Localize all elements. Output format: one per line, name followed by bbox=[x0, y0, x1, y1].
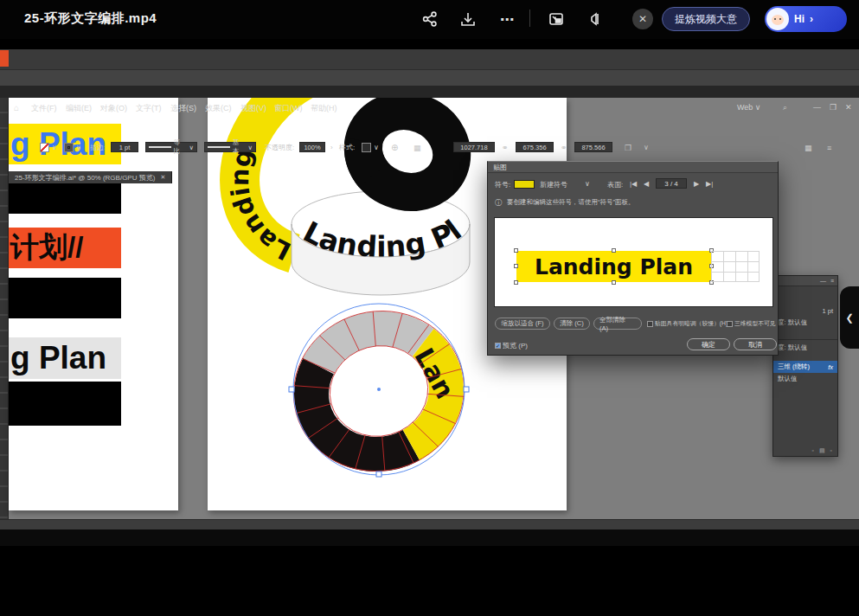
handle-right bbox=[464, 387, 469, 392]
chevron-down-icon[interactable]: ∨ bbox=[76, 144, 81, 152]
align-icon[interactable]: ▦ bbox=[413, 144, 421, 152]
workspace-switcher[interactable]: Web ∨ bbox=[737, 103, 760, 112]
shade-artwork-checkbox[interactable]: 贴图具有明暗调（较慢）(H) bbox=[647, 319, 728, 328]
transform-icon[interactable]: ❐ bbox=[625, 144, 631, 152]
black-bar[interactable] bbox=[9, 278, 121, 318]
illustrator-status-bar: 50% ∨ |◀ ◀ ▶ ▶| 画板 1 bbox=[0, 519, 859, 529]
chevron-right-icon[interactable]: › bbox=[330, 144, 333, 152]
opacity-field[interactable]: 100% bbox=[299, 142, 325, 152]
menu-object[interactable]: 对象(O) bbox=[100, 103, 127, 114]
x-position-field[interactable]: 1027.718 bbox=[453, 142, 495, 152]
fill-swatch[interactable] bbox=[40, 143, 49, 152]
stroke-swatch[interactable] bbox=[64, 143, 74, 152]
greeting-label: Hi bbox=[794, 13, 805, 25]
stroke-value-field[interactable]: 1 pt bbox=[111, 142, 138, 152]
dialog-title[interactable]: 贴图 bbox=[488, 162, 778, 173]
chevron-down-icon[interactable]: ∨ bbox=[585, 180, 590, 188]
menu-select[interactable]: 选择(S) bbox=[170, 103, 196, 114]
close-window-icon[interactable]: ✕ bbox=[845, 103, 852, 112]
menu-edit[interactable]: 编辑(E) bbox=[66, 103, 92, 114]
appearance-row[interactable]: 默认值 bbox=[773, 373, 837, 385]
document-setup-icon[interactable]: ⊕ bbox=[391, 144, 398, 152]
video-title: 25-环形文字编排.mp4 bbox=[24, 10, 157, 27]
cancel-button[interactable]: 取消 bbox=[734, 338, 777, 350]
download-icon[interactable] bbox=[458, 10, 478, 29]
appearance-panel: — ≡ 1 pt 度: 默认值 度: 默认值 三维 (绕转)fx 默认值 ▫ ▤… bbox=[772, 275, 838, 457]
arrange-docs-icon[interactable]: ▦ bbox=[805, 144, 812, 152]
document-tab-label: 25-环形文字编排.ai* @ 50% (RGB/GPU 预览) bbox=[15, 173, 155, 183]
symbol-label: 符号: bbox=[495, 180, 510, 189]
minimize-window-icon[interactable]: — bbox=[813, 103, 821, 112]
gray-text-bar[interactable]: g Plan bbox=[9, 337, 121, 379]
surface-grid bbox=[711, 251, 760, 282]
menu-window[interactable]: 窗口(W) bbox=[274, 103, 303, 114]
side-drawer-toggle[interactable]: ❮ bbox=[840, 286, 859, 349]
topbar-divider bbox=[529, 10, 530, 27]
home-icon[interactable]: ⌂ bbox=[14, 103, 19, 112]
variable-width-dropdown[interactable]: 等比∨ bbox=[145, 142, 197, 152]
black-bar[interactable] bbox=[9, 382, 121, 426]
ok-button[interactable]: 确定 bbox=[687, 338, 730, 350]
player-top-bar: 25-环形文字编排.mp4 ⋯ ✕ 提炼视频大意 Hi › bbox=[0, 0, 859, 39]
dialog-info-text: 要创建和编辑这些符号，请使用“符号”面板。 bbox=[507, 198, 635, 207]
height-field[interactable]: 875.566 bbox=[574, 142, 612, 152]
panel-menu-icon[interactable]: ≡ bbox=[830, 278, 834, 284]
orange-text-bar[interactable]: 计划// bbox=[9, 228, 121, 268]
scale-to-fit-button[interactable]: 缩放以适合 (F) bbox=[495, 318, 550, 330]
effect-3d-row[interactable]: 三维 (绕转)fx bbox=[773, 361, 837, 373]
menu-type[interactable]: 文字(T) bbox=[136, 103, 162, 114]
last-surface-icon[interactable]: ▶| bbox=[706, 180, 713, 188]
clear-all-button[interactable]: 全部清除 (A) bbox=[593, 318, 642, 330]
map-art-preview[interactable]: Landing Plan bbox=[494, 217, 773, 307]
constrain-icon[interactable]: ⚭ bbox=[561, 144, 567, 152]
check-icon: ✓ bbox=[495, 343, 501, 349]
clear-button[interactable]: 清除 (C) bbox=[554, 318, 590, 330]
illustrator-menu-bar: ⌂ 文件(F) 编辑(E) 对象(O) 文字(T) 选择(S) 效果(C) 视图… bbox=[0, 49, 859, 69]
width-field[interactable]: 675.356 bbox=[516, 142, 554, 152]
menu-help[interactable]: 帮助(H) bbox=[311, 103, 337, 114]
prev-surface-icon[interactable]: ◀ bbox=[644, 180, 649, 188]
appearance-row[interactable]: 度: 默认值 bbox=[773, 317, 837, 329]
brush-dropdown[interactable]: 基本∨ bbox=[204, 142, 256, 152]
preview-banner[interactable]: Landing Plan bbox=[516, 251, 711, 282]
first-surface-icon[interactable]: |◀ bbox=[630, 180, 637, 188]
menu-effect[interactable]: 效果(C) bbox=[205, 103, 232, 114]
close-summary-icon[interactable]: ✕ bbox=[632, 9, 653, 29]
link-icon[interactable]: ⚭ bbox=[502, 144, 509, 152]
stroke-label: 描边: bbox=[90, 144, 106, 152]
tools-panel-strip[interactable] bbox=[0, 98, 9, 519]
artboard-1: g Plan 计划// g Plan bbox=[9, 98, 178, 510]
more-icon[interactable]: ⋯ bbox=[497, 10, 516, 29]
stroke-weight-row[interactable]: 1 pt bbox=[773, 305, 837, 317]
chevron-down-icon[interactable]: ∨ bbox=[374, 144, 379, 152]
user-account-button[interactable]: Hi › bbox=[765, 6, 847, 32]
share-icon[interactable] bbox=[420, 10, 439, 29]
menu-view[interactable]: 视图(V) bbox=[240, 103, 266, 114]
summarize-video-button[interactable]: 提炼视频大意 bbox=[662, 7, 750, 31]
chevron-down-icon[interactable]: ∨ bbox=[644, 144, 649, 152]
chevron-down-icon[interactable]: ∨ bbox=[52, 144, 57, 152]
next-surface-icon[interactable]: ▶ bbox=[694, 180, 699, 188]
pip-icon[interactable] bbox=[547, 10, 566, 29]
player-controls: 11:20 13:27 倍速 超清 SVIP 字幕 SVIP bbox=[0, 546, 859, 616]
restore-window-icon[interactable]: ❐ bbox=[830, 103, 837, 112]
style-swatch[interactable] bbox=[362, 143, 371, 152]
style-label: 样式: bbox=[339, 144, 355, 152]
tab-close-icon[interactable]: ✕ bbox=[160, 174, 165, 181]
document-tab[interactable]: 25-环形文字编排.ai* @ 50% (RGB/GPU 预览) ✕ bbox=[9, 171, 172, 183]
info-icon: ⓘ bbox=[495, 198, 502, 208]
appearance-row[interactable]: 度: 默认值 bbox=[773, 339, 837, 354]
handle-bottom bbox=[376, 472, 381, 477]
symbol-select[interactable]: 新建符号 bbox=[540, 180, 567, 189]
invisible-geometry-checkbox[interactable]: 三维模型不可见 bbox=[727, 319, 776, 328]
speaker-icon[interactable] bbox=[585, 10, 604, 29]
panel-menu-icon[interactable]: ≡ bbox=[827, 144, 831, 152]
panel-footer-icons[interactable]: ▫ ▤ ▫ bbox=[812, 447, 834, 454]
document-tab-bar: 25-环形文字编排.ai* @ 50% (RGB/GPU 预览) ✕ bbox=[0, 86, 859, 98]
collapse-panel-icon[interactable]: — bbox=[820, 278, 826, 284]
menu-file[interactable]: 文件(F) bbox=[31, 103, 57, 114]
preview-checkbox[interactable]: ✓预览 (P) bbox=[495, 341, 528, 350]
windows-taskbar: ⊞ ⌕ ○ ❐ Ai ✎ ∧ ● ▭ ◁ ✎ ▤ 英 ▦ 0:27 2022/1… bbox=[0, 529, 859, 546]
surface-label: 表面: bbox=[607, 180, 623, 189]
search-icon[interactable]: ⌕ bbox=[783, 103, 787, 112]
